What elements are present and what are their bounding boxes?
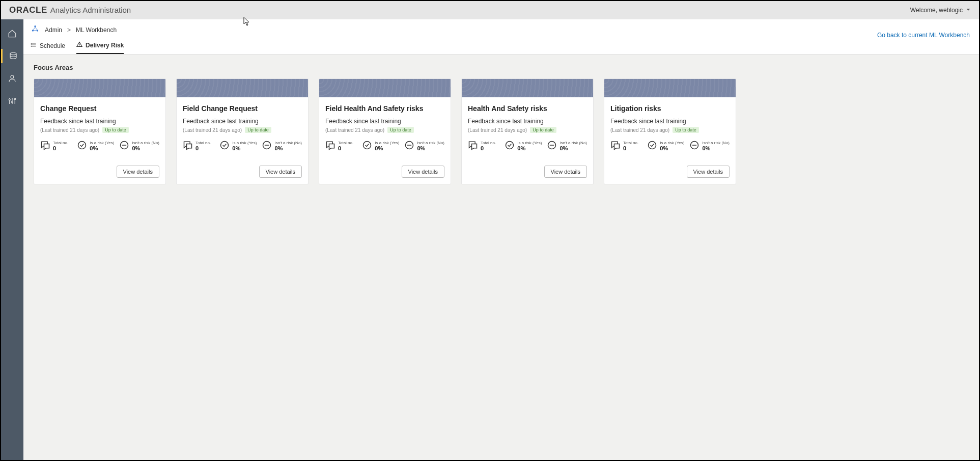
stat-no-value: 0% bbox=[702, 145, 730, 151]
stat-no: Isn't a risk (No) 0% bbox=[119, 140, 159, 152]
stat-total-label: Total no. bbox=[53, 141, 68, 146]
card-feedback-label: Feedback since last training bbox=[468, 118, 587, 125]
card-feedback-label: Feedback since last training bbox=[40, 118, 159, 125]
view-details-button[interactable]: View details bbox=[259, 166, 302, 178]
sidebar-item-home[interactable] bbox=[1, 26, 23, 41]
chat-icon bbox=[610, 140, 621, 152]
stat-no: Isn't a risk (No) 0% bbox=[262, 140, 302, 152]
svg-point-13 bbox=[78, 142, 86, 149]
brand: ORACLE Analytics Administration bbox=[9, 5, 131, 15]
chat-icon bbox=[325, 140, 335, 152]
sidebar-item-data[interactable] bbox=[1, 49, 23, 63]
back-link[interactable]: Go back to current ML Workbench bbox=[877, 32, 970, 39]
card-meta: (Last trained 21 days ago) Up to date bbox=[468, 127, 587, 133]
focus-area-card: Field Health And Safety risks Feedback s… bbox=[319, 78, 451, 184]
sidebar-item-settings[interactable] bbox=[1, 94, 23, 108]
content: Focus Areas Change Request Feedback sinc… bbox=[23, 55, 979, 194]
focus-area-card: Litigation risks Feedback since last tra… bbox=[604, 78, 736, 184]
chat-icon bbox=[40, 140, 50, 152]
sidebar-item-user[interactable] bbox=[1, 71, 23, 86]
chevron-down-icon bbox=[966, 7, 971, 14]
stat-yes-label: Is a risk (Yes) bbox=[660, 141, 684, 146]
breadcrumb-admin[interactable]: Admin bbox=[45, 26, 62, 34]
check-circle-icon bbox=[647, 140, 657, 152]
svg-point-25 bbox=[649, 142, 656, 149]
view-details-button[interactable]: View details bbox=[544, 166, 587, 178]
svg-rect-10 bbox=[31, 46, 32, 47]
stat-total-value: 0 bbox=[338, 145, 353, 151]
svg-point-22 bbox=[506, 142, 514, 149]
breadcrumb-ml-workbench[interactable]: ML Workbench bbox=[76, 26, 117, 34]
crumb-tab-bar: Admin > ML Workbench Schedule Delivery R… bbox=[23, 19, 979, 55]
svg-point-4 bbox=[14, 98, 16, 100]
card-stats: Total no. 0 Is a risk (Yes) 0% bbox=[325, 140, 444, 152]
card-title: Change Request bbox=[40, 104, 159, 113]
card-title: Field Health And Safety risks bbox=[325, 104, 444, 113]
status-badge: Up to date bbox=[245, 127, 271, 133]
card-banner bbox=[177, 79, 308, 97]
card-trained-label: (Last trained 21 days ago) bbox=[183, 127, 242, 133]
view-details-button[interactable]: View details bbox=[117, 166, 160, 178]
minus-circle-icon bbox=[404, 140, 414, 152]
focus-area-card: Change Request Feedback since last train… bbox=[34, 78, 166, 184]
stat-total-label: Total no. bbox=[481, 141, 496, 146]
stat-no-label: Isn't a risk (No) bbox=[274, 141, 302, 146]
svg-rect-8 bbox=[31, 43, 32, 44]
stat-no-value: 0% bbox=[132, 145, 159, 151]
stat-total: Total no. 0 bbox=[183, 140, 214, 152]
stat-total-label: Total no. bbox=[338, 141, 353, 146]
chat-icon bbox=[468, 140, 478, 152]
breadcrumb: Admin > ML Workbench bbox=[31, 24, 972, 35]
status-badge: Up to date bbox=[530, 127, 556, 133]
stat-total-value: 0 bbox=[623, 145, 638, 151]
stat-yes-label: Is a risk (Yes) bbox=[375, 141, 399, 146]
status-badge: Up to date bbox=[387, 127, 414, 133]
stat-no-value: 0% bbox=[417, 145, 444, 151]
view-details-button[interactable]: View details bbox=[687, 166, 730, 178]
tab-schedule-label: Schedule bbox=[40, 42, 65, 49]
svg-rect-9 bbox=[31, 44, 32, 45]
minus-circle-icon bbox=[689, 140, 699, 152]
svg-point-3 bbox=[12, 101, 13, 103]
stat-no-value: 0% bbox=[274, 145, 302, 151]
svg-point-2 bbox=[9, 99, 10, 100]
svg-point-6 bbox=[32, 30, 34, 31]
card-feedback-label: Feedback since last training bbox=[183, 118, 302, 125]
minus-circle-icon bbox=[547, 140, 557, 152]
breadcrumb-sep: > bbox=[67, 26, 71, 34]
card-stats: Total no. 0 Is a risk (Yes) 0% bbox=[468, 140, 587, 152]
view-details-button[interactable]: View details bbox=[402, 166, 445, 178]
stat-total-value: 0 bbox=[53, 145, 68, 151]
stat-yes-label: Is a risk (Yes) bbox=[90, 141, 114, 146]
tab-schedule[interactable]: Schedule bbox=[31, 41, 65, 54]
stat-yes-label: Is a risk (Yes) bbox=[232, 141, 257, 146]
stat-no-label: Isn't a risk (No) bbox=[417, 141, 444, 146]
card-trained-label: (Last trained 21 days ago) bbox=[610, 127, 669, 133]
stat-yes-value: 0% bbox=[375, 145, 399, 151]
stat-no: Isn't a risk (No) 0% bbox=[547, 140, 587, 152]
card-banner bbox=[34, 79, 165, 97]
schedule-icon bbox=[31, 42, 37, 49]
card-trained-label: (Last trained 21 days ago) bbox=[325, 127, 384, 133]
svg-point-7 bbox=[37, 30, 38, 31]
stat-yes: Is a risk (Yes) 0% bbox=[77, 140, 114, 152]
focus-area-card: Health And Safety risks Feedback since l… bbox=[461, 78, 594, 184]
warning-icon bbox=[76, 41, 82, 49]
chat-icon bbox=[183, 140, 193, 152]
card-banner bbox=[604, 79, 736, 97]
stat-no-value: 0% bbox=[559, 145, 587, 151]
svg-point-16 bbox=[221, 142, 229, 149]
tab-delivery-risk[interactable]: Delivery Risk bbox=[76, 41, 124, 54]
stat-no-label: Isn't a risk (No) bbox=[132, 141, 159, 146]
svg-point-12 bbox=[79, 45, 79, 46]
card-banner bbox=[319, 79, 451, 97]
breadcrumb-icon bbox=[31, 24, 40, 35]
check-circle-icon bbox=[505, 140, 515, 152]
user-menu[interactable]: Welcome, weblogic bbox=[910, 7, 971, 14]
stat-yes: Is a risk (Yes) 0% bbox=[505, 140, 542, 152]
check-circle-icon bbox=[219, 140, 230, 152]
stat-yes: Is a risk (Yes) 0% bbox=[647, 140, 684, 152]
stat-no: Isn't a risk (No) 0% bbox=[404, 140, 444, 152]
svg-point-19 bbox=[363, 142, 371, 149]
card-stats: Total no. 0 Is a risk (Yes) 0% bbox=[610, 140, 730, 152]
